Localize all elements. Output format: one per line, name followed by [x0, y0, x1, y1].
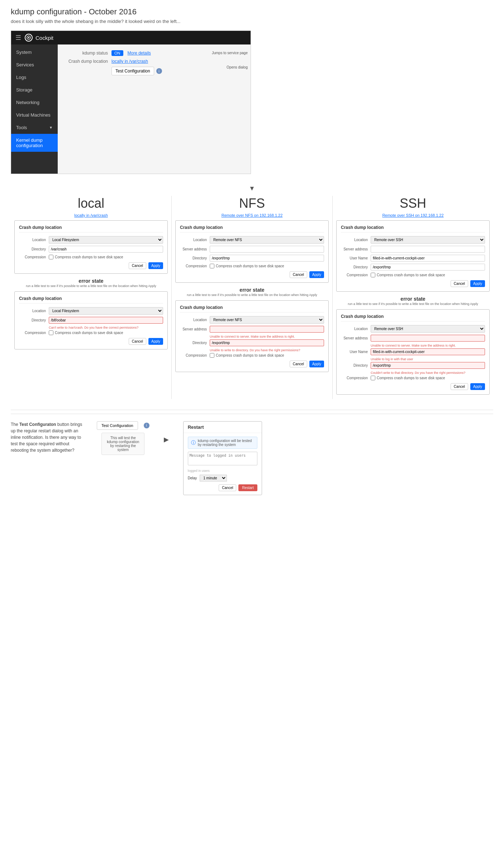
ssh-error-dialog: Crash dump location Location Remote over… [336, 309, 490, 395]
cockpit-main-content: kdump status ON More details Crash dump … [58, 44, 251, 174]
ssh-error-dialog-title: Crash dump location [341, 314, 485, 321]
nfs-normal-location-row: Location Remote over NFS [180, 236, 324, 244]
local-error-location-select[interactable]: Local Filesystem [49, 307, 163, 315]
ssh-normal-username-input[interactable] [371, 255, 485, 262]
more-details-link[interactable]: More details [128, 51, 151, 56]
ssh-error-username-input[interactable] [371, 348, 485, 355]
nfs-error-server-input[interactable] [210, 326, 324, 333]
local-error-directory-msg: Can't write to /var/crash. Do you have t… [49, 326, 163, 329]
ssh-normal-server-input[interactable] [371, 246, 485, 253]
sidebar-item-kdump[interactable]: Kernel dump configuration [11, 134, 58, 152]
local-normal-directory-input[interactable] [49, 246, 163, 253]
restart-delay-select[interactable]: No delay 1 minute 5 minutes [200, 475, 227, 481]
test-config-row: Test Configuration i [65, 67, 243, 75]
ssh-normal-dialog-title: Crash dump location [341, 225, 485, 232]
ssh-normal-dialog: Crash dump location Location Remote over… [336, 220, 490, 292]
nfs-error-dialog-title: Crash dump location [180, 305, 324, 313]
local-normal-dialog-title: Crash dump location [19, 225, 163, 232]
nfs-error-state-label: error state run a little test to see if … [175, 287, 329, 297]
sidebar-item-networking[interactable]: Networking [11, 96, 58, 109]
nfs-normal-server-row: Server address [180, 246, 324, 253]
ssh-normal-cancel-button[interactable]: Cancel [451, 280, 468, 287]
ssh-error-compression-row: Compression Compress crash dumps to save… [341, 376, 485, 380]
ssh-normal-location-row: Location Remote over SSH [341, 236, 485, 244]
restart-info-row: ⓘ kdump configuration will be tested by … [188, 437, 257, 449]
ssh-normal-compression-checkbox[interactable] [371, 273, 375, 277]
cockpit-logo [25, 34, 33, 42]
sidebar-item-tools[interactable]: Tools ▼ [11, 121, 58, 134]
local-normal-apply-button[interactable]: Apply [148, 262, 163, 269]
restart-button[interactable]: Restart [238, 484, 257, 491]
ssh-error-apply-button[interactable]: Apply [470, 383, 485, 390]
ssh-normal-btn-row: Cancel Apply [341, 280, 485, 287]
ssh-error-compression-checkbox[interactable] [371, 376, 375, 380]
info-icon[interactable]: i [156, 68, 162, 74]
nfs-error-location-select[interactable]: Remote over NFS [210, 316, 324, 324]
info-icon-bottom[interactable]: i [144, 423, 149, 428]
sidebar-item-storage[interactable]: Storage [11, 84, 58, 96]
local-error-apply-button[interactable]: Apply [148, 338, 163, 345]
nfs-error-cancel-button[interactable]: Cancel [290, 361, 307, 367]
nfs-normal-btn-row: Cancel Apply [180, 271, 324, 278]
ssh-error-location-row: Location Remote over SSH [341, 325, 485, 333]
sidebar-item-logs[interactable]: Logs [11, 71, 58, 84]
local-error-cancel-button[interactable]: Cancel [129, 338, 146, 345]
local-normal-compression-checkbox[interactable] [49, 255, 53, 259]
local-error-compression-checkbox[interactable] [49, 330, 53, 335]
ssh-error-directory-row: Directory [341, 362, 485, 369]
nfs-normal-compression-checkbox[interactable] [210, 264, 214, 268]
ssh-error-directory-msg: Couldn't write to that directory. Do you… [371, 371, 485, 375]
crash-dump-link[interactable]: locally in /var/crash [111, 59, 148, 64]
nfs-normal-dialog: Crash dump location Location Remote over… [175, 220, 329, 283]
nfs-error-location-row: Location Remote over NFS [180, 316, 324, 324]
restart-cancel-button[interactable]: Cancel [219, 484, 236, 491]
sidebar-item-system[interactable]: System [11, 46, 58, 58]
cockpit-title: Cockpit [35, 35, 53, 41]
local-normal-dialog: Crash dump location Location Local Files… [14, 220, 168, 274]
bottom-description: The Test Configuraton button brings up t… [11, 421, 82, 454]
nfs-error-dialog: Crash dump location Location Remote over… [175, 300, 329, 372]
local-section: local locally in /var/crash Crash dump l… [11, 196, 172, 399]
crash-dump-location-label: Crash dump location [65, 59, 108, 64]
restart-btn-row: Cancel Restart [188, 484, 257, 491]
local-link[interactable]: locally in /var/crash [14, 213, 168, 217]
ssh-normal-location-select[interactable]: Remote over SSH [371, 236, 485, 244]
local-normal-btn-row: Cancel Apply [19, 262, 163, 269]
test-configuration-button[interactable]: Test Configuration [111, 67, 154, 75]
cockpit-body: System Services Logs Storage Networking … [11, 44, 251, 174]
restart-message-textarea[interactable] [188, 452, 257, 465]
nfs-normal-compression-row: Compression Compress crash dumps to save… [180, 264, 324, 268]
local-error-directory-row: Directory [19, 317, 163, 324]
local-normal-cancel-button[interactable]: Cancel [129, 262, 146, 269]
restart-dialog-title: Restart [184, 422, 262, 433]
test-configuration-button-bottom[interactable]: Test Configuration [97, 421, 138, 430]
nfs-normal-directory-input[interactable] [210, 255, 324, 262]
restart-dialog: Restart ⓘ kdump configuration will be te… [183, 421, 262, 495]
nfs-normal-directory-row: Directory [180, 255, 324, 262]
ssh-error-username-msg: Unable to log in with that user [371, 357, 485, 361]
ssh-link[interactable]: Remote over SSH on 192.168.1.22 [336, 213, 490, 217]
sidebar-item-services[interactable]: Services [11, 58, 58, 71]
nfs-normal-apply-button[interactable]: Apply [309, 271, 324, 278]
nfs-error-directory-input[interactable] [210, 339, 324, 346]
toggle-on[interactable]: ON [111, 50, 123, 56]
ssh-normal-directory-input[interactable] [371, 264, 485, 271]
ssh-error-location-select[interactable]: Remote over SSH [371, 325, 485, 333]
nfs-link[interactable]: Remote over NFS on 192.168.1.22 [175, 213, 329, 217]
nfs-error-compression-checkbox[interactable] [210, 353, 214, 358]
nfs-normal-cancel-button[interactable]: Cancel [290, 271, 307, 278]
local-error-directory-input[interactable] [49, 317, 163, 324]
restart-dialog-body: ⓘ kdump configuration will be tested by … [184, 433, 262, 495]
ssh-normal-directory-row: Directory [341, 264, 485, 271]
sidebar-item-vms[interactable]: Virtual Machines [11, 109, 58, 121]
nfs-error-apply-button[interactable]: Apply [309, 361, 324, 367]
hamburger-icon[interactable]: ☰ [15, 34, 21, 42]
nfs-normal-location-select[interactable]: Remote over NFS [210, 236, 324, 244]
info-circle-icon: ⓘ [191, 440, 196, 446]
ssh-error-server-input[interactable] [371, 335, 485, 342]
ssh-error-directory-input[interactable] [371, 362, 485, 369]
nfs-normal-server-input[interactable] [210, 246, 324, 253]
local-normal-location-select[interactable]: Local Filesystem [49, 236, 163, 244]
ssh-error-cancel-button[interactable]: Cancel [451, 383, 468, 390]
ssh-normal-apply-button[interactable]: Apply [470, 280, 485, 287]
